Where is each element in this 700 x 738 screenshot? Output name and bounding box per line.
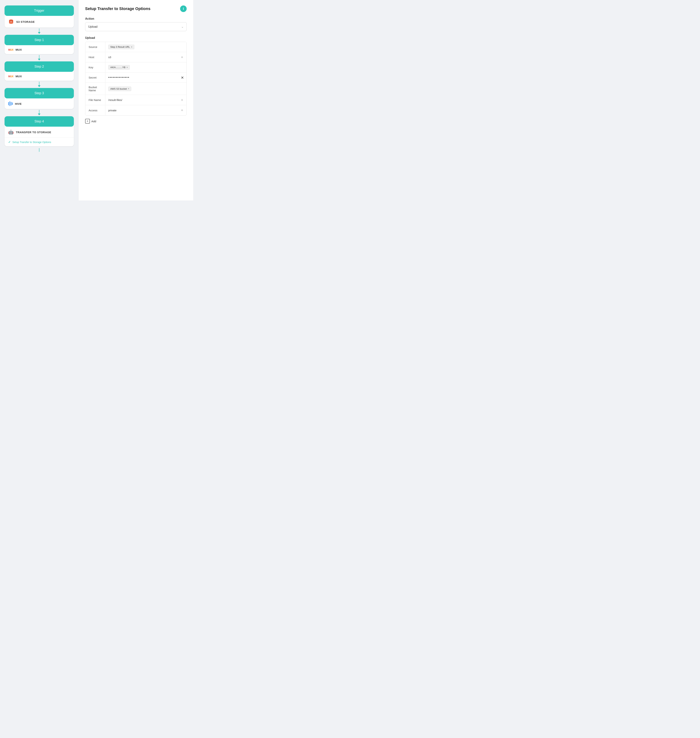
step2-service-label: MUX: [16, 75, 22, 78]
bucket-tag[interactable]: AWS S3 bucket ×: [108, 87, 131, 91]
filename-add-button[interactable]: +: [180, 98, 184, 103]
access-label: Access: [85, 105, 105, 115]
bucket-value: AWS S3 bucket ×: [105, 83, 187, 95]
add-row-icon: +: [85, 119, 90, 123]
bucket-label: Bucket Name: [85, 83, 105, 95]
arrow-3: [38, 81, 40, 88]
arrow-2: [38, 54, 40, 62]
mux-icon-1: MUX: [8, 48, 13, 51]
secret-label: Secret: [85, 72, 105, 82]
key-label: Key: [85, 62, 105, 72]
mux-icon-2: MUX: [8, 75, 13, 78]
filename-actions: +: [178, 95, 187, 105]
step2-header[interactable]: Step 2: [4, 62, 74, 72]
checkmark-icon: ✓: [8, 140, 10, 144]
key-tag-remove[interactable]: ×: [126, 66, 128, 69]
key-tag[interactable]: AKIA..........YB ×: [108, 65, 130, 70]
step1-content: MUX MUX: [4, 45, 74, 54]
form-row-bucket: Bucket Name AWS S3 bucket ×: [85, 83, 187, 95]
source-tag[interactable]: Step 3 Result URL ×: [108, 45, 134, 49]
secret-text: ••••••••••••••: [108, 76, 129, 79]
trigger-content: S3 S3 STORAGE: [4, 16, 74, 28]
step4-card: Step 4 🤖 TRANSFER TO STORAGE ✓ Setup Tra…: [4, 116, 74, 146]
step1-header[interactable]: Step 1: [4, 35, 74, 45]
step2-label: Step 2: [34, 65, 44, 68]
sub-item-label: Setup Transfer to Storage Options: [12, 141, 51, 144]
filename-value[interactable]: /result-files/: [105, 95, 178, 105]
step3-card: Step 3 HIVE: [4, 88, 74, 109]
trigger-label: Trigger: [34, 9, 44, 12]
s3-label: S3 STORAGE: [16, 20, 35, 23]
access-value[interactable]: private: [105, 105, 178, 115]
access-text: private: [108, 109, 116, 112]
step1-card: Step 1 MUX MUX: [4, 35, 74, 54]
step1-label: Step 1: [34, 38, 44, 42]
upload-section-label: Upload: [85, 36, 187, 40]
host-actions: +: [178, 52, 187, 62]
step2-content: MUX MUX: [4, 72, 74, 81]
secret-actions: ✕: [178, 72, 187, 82]
panel-title: Setup Transfer to Storage Options: [85, 6, 150, 11]
filename-label: File Name: [85, 95, 105, 105]
trigger-card: Trigger S3 S3 STORAGE: [4, 6, 74, 28]
form-row-source: Source Step 3 Result URL ×: [85, 42, 187, 52]
action-section-label: Action: [85, 17, 187, 21]
arrow-4: [38, 109, 40, 116]
step3-service-label: HIVE: [15, 102, 22, 105]
transfer-icon: 🤖: [8, 129, 14, 135]
form-row-key: Key AKIA..........YB ×: [85, 62, 187, 72]
step4-service-label: TRANSFER TO STORAGE: [16, 131, 51, 134]
host-value[interactable]: s3: [105, 52, 178, 62]
left-panel: Trigger S3 S3 STORAGE Step 1 MUX MUX: [0, 0, 78, 201]
form-row-filename: File Name /result-files/ +: [85, 95, 187, 105]
form-row-secret: Secret •••••••••••••• ✕: [85, 72, 187, 83]
access-actions: +: [178, 105, 187, 115]
secret-clear-button[interactable]: ✕: [181, 75, 184, 80]
action-dropdown[interactable]: Upload ⌄: [85, 22, 187, 31]
host-text: s3: [108, 56, 111, 59]
access-add-button[interactable]: +: [180, 108, 184, 113]
step3-content: HIVE: [4, 98, 74, 109]
source-value: Step 3 Result URL ×: [105, 42, 187, 52]
step4-content: 🤖 TRANSFER TO STORAGE: [4, 127, 74, 138]
add-row[interactable]: + Add: [85, 119, 187, 123]
source-label: Source: [85, 42, 105, 52]
trigger-header[interactable]: Trigger: [4, 6, 74, 16]
bucket-tag-remove[interactable]: ×: [128, 88, 129, 90]
step2-card: Step 2 MUX MUX: [4, 62, 74, 81]
info-icon: i: [183, 7, 184, 11]
add-row-label: Add: [91, 120, 96, 123]
form-row-access: Access private +: [85, 105, 187, 115]
source-tag-remove[interactable]: ×: [131, 46, 132, 48]
secret-value[interactable]: ••••••••••••••: [105, 72, 178, 82]
step1-service-label: MUX: [16, 48, 22, 51]
upload-form-table: Source Step 3 Result URL × Host s3 +: [85, 42, 187, 116]
key-value: AKIA..........YB ×: [105, 62, 187, 72]
step3-header[interactable]: Step 3: [4, 88, 74, 98]
s3-icon: S3: [8, 19, 14, 25]
host-add-button[interactable]: +: [180, 55, 184, 60]
form-row-host: Host s3 +: [85, 52, 187, 62]
hive-icon: [8, 101, 13, 106]
action-dropdown-value: Upload: [88, 25, 97, 28]
host-label: Host: [85, 52, 105, 62]
svg-text:S3: S3: [10, 21, 12, 22]
info-button[interactable]: i: [180, 6, 187, 12]
right-panel: Setup Transfer to Storage Options i Acti…: [78, 0, 193, 201]
filename-text: /result-files/: [108, 98, 122, 101]
sub-item-setup[interactable]: ✓ Setup Transfer to Storage Options: [4, 138, 74, 146]
arrow-1: [38, 28, 40, 35]
arrow-5: [39, 146, 40, 154]
panel-header: Setup Transfer to Storage Options i: [85, 6, 187, 12]
chevron-down-icon: ⌄: [181, 25, 184, 28]
step4-label: Step 4: [34, 120, 44, 123]
step4-header[interactable]: Step 4: [4, 116, 74, 127]
step3-label: Step 3: [34, 91, 44, 95]
